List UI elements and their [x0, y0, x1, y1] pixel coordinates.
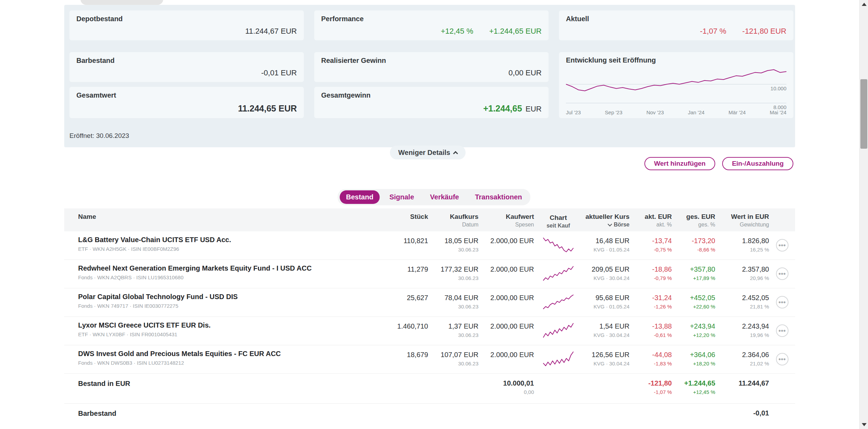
- cell-kurs: 16,48 EURKVG · 01.05.24: [583, 231, 629, 259]
- card-label: Entwicklung seit Eröffnung: [566, 56, 786, 64]
- value-sub: 30.06.23: [428, 332, 478, 338]
- row-menu-button[interactable]: •••: [776, 267, 788, 280]
- cell-stueck: 18,679: [376, 345, 428, 373]
- scroll-up-button[interactable]: [860, 0, 868, 9]
- header-label: Chart: [534, 214, 583, 222]
- realisierter-gewinn-value: 0,00 EUR: [509, 68, 542, 77]
- row-menu-button[interactable]: •••: [776, 353, 788, 365]
- value-main: 18,679: [376, 351, 428, 359]
- header-label: ges. EUR: [672, 213, 715, 221]
- table-row[interactable]: Polar Capital Global Technology Fund - U…: [64, 288, 795, 317]
- table-row[interactable]: DWS Invest Gold and Precious Metals Equi…: [64, 345, 795, 374]
- tab-transaktionen[interactable]: Transaktionen: [469, 190, 528, 204]
- value-main: -121,80: [629, 379, 672, 387]
- cell-chart[interactable]: [534, 231, 583, 259]
- sparkline-chart[interactable]: [542, 237, 574, 253]
- ein-auszahlung-button[interactable]: Ein-/Auszahlung: [722, 157, 793, 170]
- gesamtwert-value: 11.244,65 EUR: [238, 104, 297, 114]
- scrollbar-thumb[interactable]: [860, 79, 867, 149]
- sparkline-chart[interactable]: [542, 265, 574, 281]
- cell-akt: -13,74-0,75 %: [629, 231, 672, 259]
- value-main: 2.364,06: [715, 351, 769, 359]
- table-row[interactable]: Redwheel Next Generation Emerging Market…: [64, 260, 795, 288]
- value-main: 110,821: [376, 237, 428, 245]
- value-main: -13,88: [629, 322, 672, 330]
- header-boerse[interactable]: Börse: [583, 222, 629, 228]
- instrument-name[interactable]: L&G Battery Value-Chain UCITS ETF USD Ac…: [78, 236, 376, 244]
- table-row[interactable]: L&G Battery Value-Chain UCITS ETF USD Ac…: [64, 231, 795, 260]
- value-main: 2.452,05: [715, 294, 769, 302]
- cell-stueck: 110,821: [376, 231, 428, 259]
- vertical-scrollbar[interactable]: [859, 0, 868, 429]
- value-sub: KVG · 30.04.24: [583, 361, 629, 366]
- aktuell-percent: -1,07 %: [700, 27, 726, 36]
- value-sub: -8,66 %: [672, 247, 715, 253]
- value-sub: -0,75 %: [629, 247, 672, 253]
- ellipsis-icon: •••: [778, 327, 786, 335]
- value-main: +357,80: [672, 265, 715, 273]
- row-menu-button[interactable]: •••: [776, 324, 788, 337]
- value-main: 18,05 EUR: [428, 237, 478, 245]
- header-kaufkurs: Kaufkurs Datum: [428, 208, 478, 231]
- tab-bestand[interactable]: Bestand: [340, 190, 379, 204]
- summary-panel: Depotbestand 11.244,67 EUR Performance +…: [64, 5, 795, 147]
- tab-verkaeufe[interactable]: Verkäufe: [424, 190, 465, 204]
- cell-chart[interactable]: [534, 345, 583, 373]
- value-sub: -1,07 %: [629, 389, 672, 395]
- header-sublabel: Gewichtung: [715, 222, 769, 228]
- scrolled-off-button[interactable]: [81, 0, 163, 5]
- cell-kaufkurs: 177,32 EUR30.06.23: [428, 260, 478, 288]
- cell-wert: 1.826,8016,25 %: [715, 231, 769, 259]
- cell-stueck: 25,627: [376, 288, 428, 316]
- sparkline-chart[interactable]: [542, 322, 574, 338]
- instrument-name[interactable]: Polar Capital Global Technology Fund - U…: [78, 293, 376, 301]
- value-main: 2.243,94: [715, 322, 769, 330]
- value-sub: 20,96 %: [715, 275, 769, 281]
- weniger-details-button[interactable]: Weniger Details: [390, 146, 466, 159]
- action-buttons: Wert hinzufügen Ein-/Auszahlung: [644, 157, 793, 170]
- cell-chart[interactable]: [534, 288, 583, 316]
- value-main: 10.000,01: [478, 379, 534, 387]
- header-sublabel: Datum: [428, 222, 478, 228]
- cell-wert: 2.452,0521,81 %: [715, 288, 769, 316]
- table-row[interactable]: Lyxor MSCI Greece UCITS ETF EUR Dis. ETF…: [64, 317, 795, 345]
- sparkline-chart[interactable]: [542, 294, 574, 310]
- value-main: 2.000,00 EUR: [478, 294, 534, 302]
- value-sub: 19,96 %: [715, 332, 769, 338]
- value-main: -0,01: [715, 409, 769, 417]
- value-sub: 30.06.23: [428, 275, 478, 281]
- cell-wert: 2.357,8020,96 %: [715, 260, 769, 288]
- instrument-name[interactable]: DWS Invest Gold and Precious Metals Equi…: [78, 350, 376, 358]
- cell-chart[interactable]: [534, 317, 583, 345]
- card-performance: Performance +12,45 % +1.244,65 EUR: [314, 10, 549, 40]
- row-menu-button[interactable]: •••: [776, 296, 788, 308]
- value-sub: +22,60 %: [672, 304, 715, 310]
- cell-ges: +357,80+17,89 %: [672, 260, 715, 288]
- row-menu-button[interactable]: •••: [776, 239, 788, 251]
- sparkline-chart[interactable]: [542, 351, 574, 367]
- header-kurs: aktueller Kurs Börse: [583, 208, 629, 231]
- instrument-name[interactable]: Lyxor MSCI Greece UCITS ETF EUR Dis.: [78, 321, 376, 329]
- barbestand-label: Barbestand: [78, 408, 376, 418]
- total-label: Bestand in EUR: [78, 378, 376, 388]
- value-main: 2.357,80: [715, 265, 769, 273]
- wert-hinzufuegen-button[interactable]: Wert hinzufügen: [644, 157, 715, 170]
- opened-date: Eröffnet: 30.06.2023: [69, 132, 129, 140]
- cell-kurs: 1,54 EURKVG · 30.04.24: [583, 317, 629, 345]
- y-axis-label: 8.000: [773, 104, 786, 110]
- value-sub: -1,26 %: [629, 304, 672, 310]
- value-sub: +12,45 %: [672, 389, 715, 395]
- development-chart[interactable]: 10.0008.000: [566, 66, 786, 109]
- cell-kaufwert: 2.000,00 EUR: [478, 288, 534, 316]
- scroll-down-button[interactable]: [860, 420, 868, 429]
- tab-signale[interactable]: Signale: [383, 190, 420, 204]
- header-label: Name: [78, 213, 376, 221]
- cell-chart[interactable]: [534, 260, 583, 288]
- instrument-meta: ETF · WKN LYX0BF · ISIN FR0010405431: [78, 331, 376, 337]
- instrument-name[interactable]: Redwheel Next Generation Emerging Market…: [78, 264, 376, 272]
- card-entwicklung: Entwicklung seit Eröffnung 10.0008.000 J…: [559, 52, 793, 118]
- header-sublabel: akt. %: [629, 222, 672, 228]
- cell-ges: +243,94+12,20 %: [672, 317, 715, 345]
- barbestand-wert: -0,01: [715, 404, 769, 429]
- value-main: 11.244,67: [715, 379, 769, 387]
